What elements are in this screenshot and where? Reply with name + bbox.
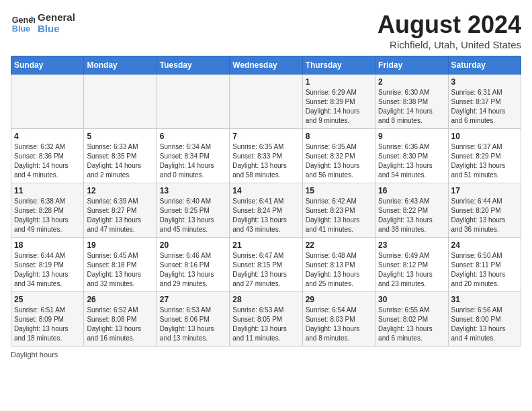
day-info: Sunrise: 6:45 AM Sunset: 8:18 PM Dayligh…: [87, 251, 153, 289]
day-number: 7: [232, 132, 299, 141]
footer-note: Daylight hours: [11, 351, 521, 359]
day-info: Sunrise: 6:30 AM Sunset: 8:38 PM Dayligh…: [378, 88, 445, 126]
day-info: Sunrise: 6:47 AM Sunset: 8:15 PM Dayligh…: [232, 251, 299, 289]
logo: General Blue General Blue: [11, 11, 75, 35]
day-info: Sunrise: 6:48 AM Sunset: 8:13 PM Dayligh…: [306, 251, 372, 289]
day-info: Sunrise: 6:35 AM Sunset: 8:32 PM Dayligh…: [306, 142, 372, 180]
day-info: Sunrise: 6:38 AM Sunset: 8:28 PM Dayligh…: [14, 197, 81, 234]
day-cell: 17Sunrise: 6:44 AM Sunset: 8:20 PM Dayli…: [448, 183, 521, 238]
day-header-friday: Friday: [375, 56, 448, 75]
day-number: 31: [451, 295, 518, 304]
day-cell: 30Sunrise: 6:55 AM Sunset: 8:02 PM Dayli…: [375, 292, 448, 347]
calendar-table: SundayMondayTuesdayWednesdayThursdayFrid…: [11, 56, 521, 347]
day-header-thursday: Thursday: [302, 56, 375, 75]
day-number: 18: [14, 240, 81, 250]
day-cell: 22Sunrise: 6:48 AM Sunset: 8:13 PM Dayli…: [302, 238, 375, 292]
day-cell: 26Sunrise: 6:52 AM Sunset: 8:08 PM Dayli…: [84, 292, 157, 347]
day-info: Sunrise: 6:56 AM Sunset: 8:00 PM Dayligh…: [451, 306, 518, 343]
day-info: Sunrise: 6:42 AM Sunset: 8:23 PM Dayligh…: [306, 197, 372, 234]
day-number: 1: [306, 77, 372, 87]
week-row-1: 1Sunrise: 6:29 AM Sunset: 8:39 PM Daylig…: [11, 75, 521, 129]
day-number: 11: [14, 186, 81, 195]
day-header-tuesday: Tuesday: [157, 56, 229, 75]
day-info: Sunrise: 6:46 AM Sunset: 8:16 PM Dayligh…: [160, 251, 226, 289]
svg-text:Blue: Blue: [12, 24, 30, 34]
day-info: Sunrise: 6:33 AM Sunset: 8:35 PM Dayligh…: [87, 142, 153, 180]
day-number: 12: [87, 186, 153, 195]
day-number: 3: [451, 77, 518, 87]
day-cell: 14Sunrise: 6:41 AM Sunset: 8:24 PM Dayli…: [230, 183, 302, 238]
day-info: Sunrise: 6:44 AM Sunset: 8:20 PM Dayligh…: [451, 197, 518, 234]
day-cell: 9Sunrise: 6:36 AM Sunset: 8:30 PM Daylig…: [375, 129, 448, 183]
day-info: Sunrise: 6:54 AM Sunset: 8:03 PM Dayligh…: [306, 306, 372, 343]
day-number: 29: [306, 295, 372, 304]
day-number: 5: [87, 132, 153, 141]
day-cell: [11, 75, 84, 129]
day-cell: 8Sunrise: 6:35 AM Sunset: 8:32 PM Daylig…: [302, 129, 375, 183]
day-number: 22: [306, 240, 372, 250]
day-cell: 2Sunrise: 6:30 AM Sunset: 8:38 PM Daylig…: [375, 75, 448, 129]
day-cell: 5Sunrise: 6:33 AM Sunset: 8:35 PM Daylig…: [84, 129, 157, 183]
logo-icon: General Blue: [11, 11, 35, 35]
day-info: Sunrise: 6:43 AM Sunset: 8:22 PM Dayligh…: [378, 197, 445, 234]
day-number: 8: [306, 132, 372, 141]
day-number: 15: [306, 186, 372, 195]
day-info: Sunrise: 6:35 AM Sunset: 8:33 PM Dayligh…: [232, 142, 299, 180]
day-cell: [84, 75, 157, 129]
day-number: 26: [87, 295, 153, 304]
day-info: Sunrise: 6:34 AM Sunset: 8:34 PM Dayligh…: [160, 142, 226, 180]
day-cell: 4Sunrise: 6:32 AM Sunset: 8:36 PM Daylig…: [11, 129, 84, 183]
day-cell: 3Sunrise: 6:31 AM Sunset: 8:37 PM Daylig…: [448, 75, 521, 129]
day-info: Sunrise: 6:53 AM Sunset: 8:05 PM Dayligh…: [232, 306, 299, 343]
day-number: 24: [451, 240, 518, 250]
day-info: Sunrise: 6:44 AM Sunset: 8:19 PM Dayligh…: [14, 251, 81, 289]
calendar-subtitle: Richfield, Utah, United States: [378, 39, 521, 50]
day-number: 19: [87, 240, 153, 250]
day-header-saturday: Saturday: [448, 56, 521, 75]
logo-line1: General: [38, 11, 75, 23]
day-number: 17: [451, 186, 518, 195]
day-cell: 15Sunrise: 6:42 AM Sunset: 8:23 PM Dayli…: [302, 183, 375, 238]
week-row-3: 11Sunrise: 6:38 AM Sunset: 8:28 PM Dayli…: [11, 183, 521, 238]
day-cell: 16Sunrise: 6:43 AM Sunset: 8:22 PM Dayli…: [375, 183, 448, 238]
header-row: SundayMondayTuesdayWednesdayThursdayFrid…: [11, 56, 521, 75]
week-row-2: 4Sunrise: 6:32 AM Sunset: 8:36 PM Daylig…: [11, 129, 521, 183]
day-cell: 13Sunrise: 6:40 AM Sunset: 8:25 PM Dayli…: [157, 183, 229, 238]
day-info: Sunrise: 6:29 AM Sunset: 8:39 PM Dayligh…: [306, 88, 372, 126]
day-info: Sunrise: 6:52 AM Sunset: 8:08 PM Dayligh…: [87, 306, 153, 343]
day-number: 14: [232, 186, 299, 195]
day-info: Sunrise: 6:39 AM Sunset: 8:27 PM Dayligh…: [87, 197, 153, 234]
day-info: Sunrise: 6:53 AM Sunset: 8:06 PM Dayligh…: [160, 306, 226, 343]
day-number: 25: [14, 295, 81, 304]
day-cell: 1Sunrise: 6:29 AM Sunset: 8:39 PM Daylig…: [302, 75, 375, 129]
week-row-5: 25Sunrise: 6:51 AM Sunset: 8:09 PM Dayli…: [11, 292, 521, 347]
day-number: 28: [232, 295, 299, 304]
header: General Blue General Blue August 2024 Ri…: [11, 11, 521, 50]
day-number: 16: [378, 186, 445, 195]
calendar-title: August 2024: [378, 11, 521, 39]
day-number: 4: [14, 132, 81, 141]
day-cell: 18Sunrise: 6:44 AM Sunset: 8:19 PM Dayli…: [11, 238, 84, 292]
day-number: 10: [451, 132, 518, 141]
day-number: 13: [160, 186, 226, 195]
day-number: 2: [378, 77, 445, 87]
day-cell: 7Sunrise: 6:35 AM Sunset: 8:33 PM Daylig…: [230, 129, 302, 183]
day-cell: [230, 75, 302, 129]
day-info: Sunrise: 6:36 AM Sunset: 8:30 PM Dayligh…: [378, 142, 445, 180]
day-number: 6: [160, 132, 226, 141]
day-info: Sunrise: 6:49 AM Sunset: 8:12 PM Dayligh…: [378, 251, 445, 289]
day-info: Sunrise: 6:51 AM Sunset: 8:09 PM Dayligh…: [14, 306, 81, 343]
day-number: 21: [232, 240, 299, 250]
day-header-monday: Monday: [84, 56, 157, 75]
day-cell: 21Sunrise: 6:47 AM Sunset: 8:15 PM Dayli…: [230, 238, 302, 292]
day-info: Sunrise: 6:50 AM Sunset: 8:11 PM Dayligh…: [451, 251, 518, 289]
day-header-wednesday: Wednesday: [230, 56, 302, 75]
day-info: Sunrise: 6:31 AM Sunset: 8:37 PM Dayligh…: [451, 88, 518, 126]
day-cell: 19Sunrise: 6:45 AM Sunset: 8:18 PM Dayli…: [84, 238, 157, 292]
day-number: 9: [378, 132, 445, 141]
logo-line2: Blue: [38, 23, 75, 34]
day-info: Sunrise: 6:40 AM Sunset: 8:25 PM Dayligh…: [160, 197, 226, 234]
day-number: 27: [160, 295, 226, 304]
day-cell: 11Sunrise: 6:38 AM Sunset: 8:28 PM Dayli…: [11, 183, 84, 238]
day-info: Sunrise: 6:32 AM Sunset: 8:36 PM Dayligh…: [14, 142, 81, 180]
